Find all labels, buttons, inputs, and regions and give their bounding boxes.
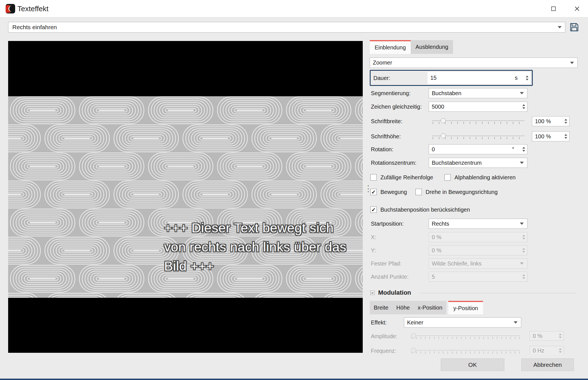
- zeichen-gleichzeitig-label: Zeichen gleichzeitig:: [371, 104, 422, 110]
- segmentierung-label: Segmentierung:: [371, 90, 410, 97]
- spinner-up-icon: [559, 348, 562, 350]
- slider-thumb[interactable]: [441, 118, 446, 123]
- drehe-checkbox[interactable]: ✓: [415, 189, 422, 195]
- modulation-tabs: Breite Höhe x-Position: [370, 301, 446, 314]
- spinner-up-icon: [564, 119, 567, 121]
- amplitude-slider: [411, 331, 520, 341]
- slider-thumb: [411, 333, 416, 338]
- zeichen-gleichzeitig-value: 5000: [432, 104, 444, 110]
- animated-text-overlay: +++ Dieser Text bewegt sich von rechts n…: [164, 218, 360, 276]
- dauer-stepper[interactable]: [526, 75, 529, 80]
- effekt-select[interactable]: Keiner: [404, 317, 521, 328]
- dauer-input[interactable]: 15 s: [428, 72, 530, 84]
- spinner-down-icon: [522, 278, 525, 279]
- slider-ticks: [412, 337, 520, 339]
- chevron-down-icon: [520, 162, 524, 164]
- tab-einblendung[interactable]: Einblendung: [370, 40, 411, 54]
- zeichen-gleichzeitig-input[interactable]: 5000: [429, 102, 527, 112]
- spinner-down-icon: [564, 122, 567, 124]
- schrifthoehe-input[interactable]: 100 %: [532, 131, 569, 141]
- y-value: 0 %: [432, 247, 441, 254]
- tab-y-position[interactable]: y-Position: [448, 301, 483, 314]
- rotation-input[interactable]: 0 °: [429, 144, 527, 154]
- video-preview: +++ Dieser Text bewegt sich von rechts n…: [8, 41, 363, 353]
- y-input: 0 %: [429, 245, 527, 255]
- anzahl-punkte-label: Anzahl Punkte:: [371, 274, 409, 280]
- slider-thumb[interactable]: [441, 133, 446, 138]
- slider-ticks: [433, 137, 525, 139]
- overlay-text-line: Bild +++: [164, 257, 360, 276]
- effect-select-value: Zoomer: [373, 59, 392, 66]
- rotation-unit: °: [512, 146, 514, 153]
- anzahl-punkte-input: 5: [429, 272, 527, 282]
- rotation-stepper[interactable]: [522, 147, 525, 152]
- fester-pfad-select: Wilde Schleife, links: [429, 258, 527, 269]
- spinner-up-icon: [564, 134, 567, 136]
- schriftbreite-stepper[interactable]: [564, 119, 567, 124]
- spinner-down-icon: [564, 137, 567, 139]
- frequenz-label: Frequenz:: [371, 348, 396, 354]
- slider-track: [411, 350, 520, 351]
- segmentierung-select[interactable]: Buchstaben: [429, 88, 527, 98]
- ok-button[interactable]: OK: [441, 358, 504, 371]
- rotationszentrum-label: Rotationszentrum:: [371, 160, 416, 166]
- startposition-label: Startposition:: [371, 221, 404, 227]
- schrifthoehe-stepper[interactable]: [564, 134, 567, 139]
- amplitude-stepper: [559, 334, 562, 338]
- spinner-up-icon: [526, 75, 529, 77]
- chevron-down-icon: [570, 62, 574, 64]
- drehe-label: Drehe in Bewegungsrichtung: [426, 189, 498, 195]
- tab-hoehe[interactable]: Höhe: [396, 305, 410, 311]
- spinner-down-icon: [522, 150, 525, 152]
- dauer-value: 15: [430, 75, 437, 81]
- startposition-select[interactable]: Rechts: [429, 219, 527, 229]
- spinner-down-icon: [522, 107, 525, 109]
- schrifthoehe-slider[interactable]: [432, 131, 525, 141]
- frequenz-slider: [411, 345, 520, 354]
- zufaellige-reihenfolge-checkbox[interactable]: ✓: [370, 174, 377, 181]
- y-label: Y:: [371, 247, 376, 254]
- window-title: Texteffekt: [17, 0, 49, 17]
- effect-select[interactable]: Zoomer: [370, 58, 578, 68]
- overlay-text-line: +++ Dieser Text bewegt sich: [164, 218, 360, 237]
- panel-splitter-handle[interactable]: ⋮: [364, 186, 369, 203]
- schriftbreite-slider[interactable]: [432, 116, 525, 126]
- x-label: X:: [371, 234, 376, 241]
- zufaellige-reihenfolge-label: Zufällige Reihenfolge: [380, 174, 433, 181]
- zeichen-stepper[interactable]: [522, 104, 525, 109]
- spinner-up-icon: [559, 334, 562, 335]
- collapse-icon[interactable]: [370, 291, 375, 295]
- schriftbreite-input[interactable]: 100 %: [532, 116, 569, 126]
- app-icon: [6, 4, 15, 13]
- slider-thumb: [411, 348, 416, 353]
- settings-panel: Einblendung Ausblendung Zoomer Dauer: 15…: [370, 0, 583, 354]
- alphablending-checkbox[interactable]: ✓: [444, 174, 451, 181]
- buchstabenposition-checkbox[interactable]: ✓: [370, 207, 377, 213]
- rotation-value: 0: [432, 146, 435, 153]
- startposition-value: Rechts: [432, 221, 449, 227]
- tab-ausblendung[interactable]: Ausblendung: [411, 40, 453, 54]
- spinner-down-icon: [522, 238, 525, 240]
- rotation-label: Rotation:: [371, 146, 393, 153]
- rotationszentrum-value: Buchstabenzentrum: [432, 160, 482, 166]
- alphablending-label: Alphablending aktivieren: [454, 174, 516, 181]
- frequenz-stepper: [559, 348, 562, 353]
- preset-select-value: Rechts einfahren: [12, 24, 57, 31]
- rotationszentrum-select[interactable]: Buchstabenzentrum: [429, 158, 527, 168]
- effekt-label: Effekt:: [371, 319, 387, 326]
- amplitude-value: 0 %: [533, 333, 542, 339]
- slider-ticks: [412, 351, 520, 354]
- y-stepper: [522, 248, 525, 253]
- bewegung-checkbox[interactable]: ✓: [370, 189, 377, 195]
- tab-breite[interactable]: Breite: [374, 305, 388, 311]
- schrifthoehe-label: Schrifthöhe:: [371, 133, 401, 140]
- spinner-up-icon: [522, 235, 525, 237]
- cancel-button[interactable]: Abbrechen: [521, 358, 574, 371]
- spinner-up-icon: [522, 248, 525, 250]
- slider-track: [432, 136, 525, 136]
- segmentierung-value: Buchstaben: [432, 90, 461, 97]
- modulation-section-header: Modulation: [370, 289, 578, 297]
- tab-x-position[interactable]: x-Position: [418, 305, 442, 311]
- anzahl-punkte-stepper: [522, 274, 525, 279]
- spinner-up-icon: [522, 104, 525, 106]
